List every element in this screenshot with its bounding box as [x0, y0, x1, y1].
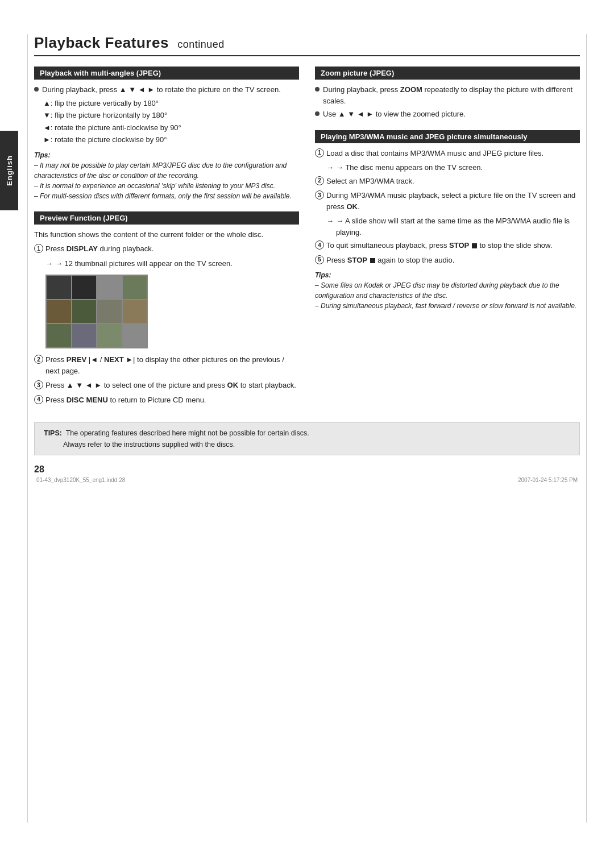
preview-cell-12 [123, 324, 147, 347]
file-footer: 01-43_dvp3120K_55_eng1.indd 28 2007-01-2… [34, 477, 580, 483]
bullet-circle-zoom1 [315, 87, 320, 92]
arrow-icon-1: → [45, 258, 53, 269]
multi-angle-sub1-text: ▲: flip the picture vertically by 180° [43, 99, 159, 107]
mp3-step1-arrow-text: → The disc menu appears on the TV screen… [336, 162, 483, 173]
tip1-text: – It may not be possible to play certain… [34, 160, 299, 181]
bottom-tips-text2: Always refer to the instructions supplie… [63, 441, 235, 448]
col-left: Playback with multi-angles (JPEG) During… [34, 67, 299, 409]
mp3-step2-text: Select an MP3/WMA track. [326, 176, 414, 187]
preview-cell-9 [47, 324, 71, 347]
section-zoom-header: Zoom picture (JPEG) [315, 67, 580, 80]
mp3-step3-circle: 3 [315, 190, 324, 200]
preview-cell-4 [123, 276, 147, 299]
preview-step1: 1 Press DISPLAY during playback. [34, 243, 299, 255]
multi-angle-sub3-text: ◄: rotate the picture anti-clockwise by … [43, 123, 181, 132]
zoom-bullet2: Use ▲ ▼ ◄ ► to view the zoomed picture. [315, 109, 580, 120]
tip3-text: – For multi-session discs with different… [34, 191, 299, 201]
mp3-tip1-text: – Some files on Kodak or JPEG disc may b… [315, 280, 580, 301]
preview-step1-arrow: → → 12 thumbnail pictures will appear on… [34, 258, 299, 269]
main-content: Playback Features continued Playback wit… [34, 0, 580, 506]
bottom-tips-bar: TIPS: The operating features described h… [34, 422, 580, 455]
mp3-step3: 3 During MP3/WMA music playback, select … [315, 190, 580, 212]
mp3-step1-text: Load a disc that contains MP3/WMA music … [326, 148, 544, 159]
mp3-tips: Tips: – Some files on Kodak or JPEG disc… [315, 270, 580, 311]
preview-cell-6 [72, 300, 97, 323]
multi-angle-sub4-text: ►: rotate the picture clockwise by 90° [43, 135, 167, 144]
title-main: Playback Features [34, 34, 169, 51]
tips-label-text-1: Tips: [34, 151, 50, 159]
zoom-bullet2-text: Use ▲ ▼ ◄ ► to view the zoomed picture. [323, 109, 466, 120]
preview-step2-text: Press PREV |◄ / NEXT ►| to display the o… [45, 354, 299, 376]
preview-cell-5 [47, 300, 71, 323]
page-footer: 28 [34, 464, 580, 475]
section-mp3wma: Playing MP3/WMA music and JPEG picture s… [315, 130, 580, 312]
stop-square-icon-2 [370, 258, 375, 263]
vline-left [27, 34, 28, 823]
page-number: 28 [34, 464, 44, 475]
multi-angle-tips: Tips: – It may not be possible to play c… [34, 150, 299, 201]
section-mp3wma-header: Playing MP3/WMA music and JPEG picture s… [315, 130, 580, 143]
page-title: Playback Features continued [34, 34, 580, 56]
section-multi-angle-header: Playback with multi-angles (JPEG) [34, 67, 299, 80]
mp3-step3-arrow-text: → A slide show will start at the same ti… [336, 215, 580, 238]
section-preview: Preview Function (JPEG) This function sh… [34, 211, 299, 406]
zoom-bullet1: During playback, press ZOOM repeatedly t… [315, 84, 580, 106]
preview-step4: 4 Press DISC MENU to return to Picture C… [34, 394, 299, 406]
mp3-tips-label-text: Tips: [315, 271, 331, 279]
preview-intro: This function shows the content of the c… [34, 229, 299, 240]
multi-angle-sub3: ◄: rotate the picture anti-clockwise by … [34, 122, 299, 134]
file-info-left: 01-43_dvp3120K_55_eng1.indd 28 [36, 477, 125, 483]
step4-circle: 4 [34, 395, 43, 404]
bullet-circle-icon [34, 87, 39, 92]
bottom-tips-label: TIPS: [44, 429, 62, 437]
page-wrapper: English Playback Features continued Play… [0, 0, 614, 868]
mp3-step2-circle: 2 [315, 176, 324, 185]
multi-angle-bullet1-text: During playback, press ▲ ▼ ◄ ► to rotate… [42, 84, 281, 95]
mp3-step3-text: During MP3/WMA music playback, select a … [326, 190, 580, 212]
mp3-step3-arrow: → → A slide show will start at the same … [315, 215, 580, 238]
preview-cell-11 [97, 324, 122, 347]
mp3-step4: 4 To quit simultaneous playback, press S… [315, 240, 580, 251]
mp3-step1: 1 Load a disc that contains MP3/WMA musi… [315, 148, 580, 159]
preview-step1-text: Press DISPLAY during playback. [45, 243, 154, 255]
preview-cell-8 [123, 300, 147, 323]
tips-label-1: Tips: [34, 150, 299, 160]
preview-cell-7 [97, 300, 122, 323]
arrow-icon-mp3-1: → [326, 162, 334, 173]
side-tab-label: English [5, 155, 14, 186]
zoom-bullet1-text: During playback, press ZOOM repeatedly t… [323, 84, 580, 106]
preview-cell-10 [72, 324, 97, 347]
preview-cell-2 [72, 276, 97, 299]
mp3-tip2-text: – During simultaneous playback, fast for… [315, 301, 580, 311]
preview-step4-text: Press DISC MENU to return to Picture CD … [45, 394, 206, 406]
preview-step3: 3 Press ▲ ▼ ◄ ► to select one of the pic… [34, 380, 299, 391]
step2-circle: 2 [34, 355, 43, 364]
mp3-step5: 5 Press STOP again to stop the audio. [315, 255, 580, 266]
section-preview-header: Preview Function (JPEG) [34, 211, 299, 225]
mp3-step4-text: To quit simultaneous playback, press STO… [326, 240, 552, 251]
mp3-step2: 2 Select an MP3/WMA track. [315, 176, 580, 187]
multi-angle-sub2-text: ▼: flip the picture horizontally by 180° [43, 111, 167, 119]
side-tab: English [0, 131, 18, 210]
preview-step3-text: Press ▲ ▼ ◄ ► to select one of the pictu… [45, 380, 296, 391]
mp3-tips-label: Tips: [315, 270, 580, 280]
tip2-text: – It is normal to experience an occasion… [34, 181, 299, 191]
section-zoom: Zoom picture (JPEG) During playback, pre… [315, 67, 580, 120]
multi-angle-sub4: ►: rotate the picture clockwise by 90° [34, 134, 299, 146]
mp3-step1-circle: 1 [315, 148, 324, 157]
step3-circle: 3 [34, 380, 43, 389]
section-multi-angle: Playback with multi-angles (JPEG) During… [34, 67, 299, 201]
preview-step1-arrow-text: → 12 thumbnail pictures will appear on t… [55, 258, 233, 269]
bullet-circle-zoom2 [315, 111, 320, 116]
mp3-step1-arrow: → → The disc menu appears on the TV scre… [315, 162, 580, 173]
vline-right [586, 34, 587, 823]
preview-step2: 2 Press PREV |◄ / NEXT ►| to display the… [34, 354, 299, 376]
multi-angle-sub2: ▼: flip the picture horizontally by 180° [34, 110, 299, 121]
file-info-right: 2007-01-24 5:17:25 PM [518, 477, 578, 483]
bottom-tips-text1: The operating features described here mi… [66, 429, 309, 437]
preview-cell-1 [47, 276, 71, 299]
title-continued: continued [177, 39, 225, 50]
multi-angle-bullet1: During playback, press ▲ ▼ ◄ ► to rotate… [34, 84, 299, 95]
col-right: Zoom picture (JPEG) During playback, pre… [315, 67, 580, 409]
mp3-step5-text: Press STOP again to stop the audio. [326, 255, 454, 266]
